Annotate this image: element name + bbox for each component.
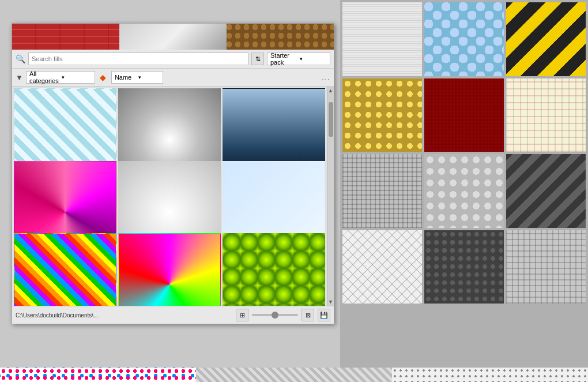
right-texture-grid [340,0,588,382]
texture-item[interactable] [424,78,504,152]
bottom-tile-dots [0,368,196,382]
bottom-strip [0,368,588,382]
fit-icon: ⊠ [306,312,311,319]
panel-footer: C:\Users\docbuild\Documents\... ⊞ ⊠ 💾 [12,306,334,324]
footer-path-text: C:\Users\docbuild\Documents\... [16,312,232,319]
panel-top-strip [12,24,334,50]
texture-item[interactable] [506,230,586,304]
fills-grid-area: ▲ ▼ [12,87,334,306]
texture-item[interactable] [424,2,504,76]
fill-item[interactable] [14,233,116,306]
texture-item[interactable] [342,154,422,228]
texture-item[interactable] [342,230,422,304]
sort-name-label: Name [115,74,136,81]
texture-item[interactable] [506,78,586,152]
grid-icon: ⊞ [240,312,245,319]
bottom-tile-polka [392,368,588,382]
search-icon: 🔍 [16,54,25,63]
texture-item[interactable] [506,154,586,228]
sort-icon: ⇅ [255,55,261,63]
fill-item[interactable] [118,233,221,306]
sort-diamond-icon[interactable]: ◆ [98,72,108,83]
fills-grid [12,87,327,306]
top-preview-silver [119,24,227,50]
grid-view-button[interactable]: ⊞ [236,309,248,321]
fills-panel: 🔍 ⇅ Starter pack ▾ ▼ All categories ▾ ◆ … [12,23,334,324]
search-input[interactable] [28,53,248,65]
texture-item[interactable] [342,2,422,76]
zoom-slider-thumb[interactable] [272,312,278,319]
bottom-tile-stripe [196,368,392,382]
save-button[interactable]: 💾 [318,309,330,321]
chevron-down-icon: ▾ [62,74,92,80]
filter-bar: ▼ All categories ▾ ◆ Name ▾ ... [12,69,334,87]
scroll-thumb[interactable] [329,102,333,137]
texture-item[interactable] [342,78,422,152]
save-icon: 💾 [320,312,328,319]
scroll-up-arrow[interactable]: ▲ [327,88,334,93]
pack-dropdown[interactable]: Starter pack ▾ [267,53,330,65]
fill-item[interactable] [223,233,325,306]
zoom-slider[interactable] [252,314,298,316]
search-bar: 🔍 ⇅ Starter pack ▾ [12,50,334,69]
texture-item[interactable] [506,2,586,76]
more-options-button[interactable]: ... [322,73,330,82]
texture-item[interactable] [424,154,504,228]
filter-icon: ▼ [16,73,23,82]
scroll-down-arrow[interactable]: ▼ [327,299,334,305]
chevron-down-icon: ▾ [300,56,327,62]
texture-item[interactable] [424,230,504,304]
chevron-down-icon: ▾ [138,74,160,80]
sort-icon-button[interactable]: ⇅ [251,53,264,65]
top-preview-brown [227,24,334,50]
fit-button[interactable]: ⊠ [301,309,314,321]
scrollbar[interactable]: ▲ ▼ [327,87,334,306]
pack-dropdown-label: Starter pack [270,52,297,66]
category-dropdown-label: All categories [29,70,59,84]
sort-name-dropdown[interactable]: Name ▾ [111,71,163,84]
top-preview-brick [12,24,119,50]
category-dropdown[interactable]: All categories ▾ [26,71,95,84]
